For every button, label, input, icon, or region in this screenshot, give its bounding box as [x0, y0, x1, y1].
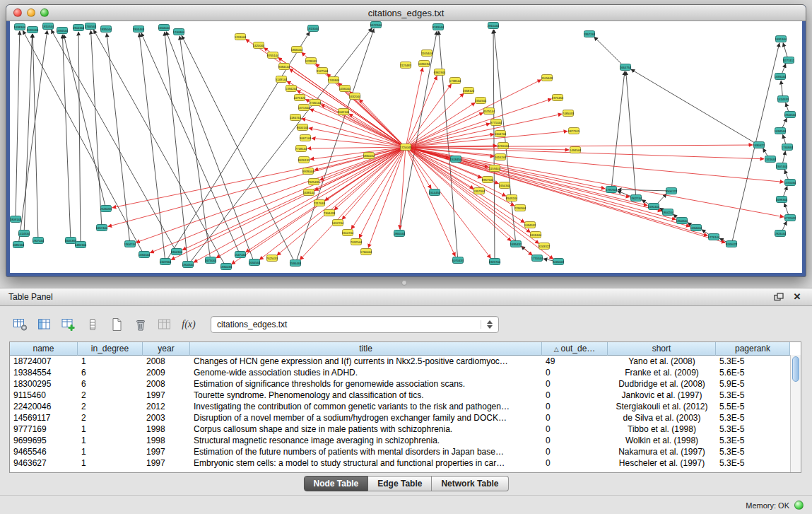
graph-node[interactable]: 5149144: [276, 76, 288, 83]
graph-node[interactable]: 9978044: [302, 168, 314, 175]
memory-status-led[interactable]: [794, 501, 804, 510]
graph-node[interactable]: 8600144: [297, 124, 309, 131]
graph-node[interactable]: 1902744: [630, 195, 642, 201]
graph-node[interactable]: 8771444: [490, 119, 502, 126]
scrollbar-thumb[interactable]: [792, 356, 799, 382]
graph-node[interactable]: 1746544: [85, 23, 97, 30]
graph-node[interactable]: 6791922: [606, 187, 618, 193]
graph-node[interactable]: 1776144: [708, 234, 720, 240]
delete-table-button[interactable]: [131, 316, 150, 333]
column-header-in_degree[interactable]: in_degree: [78, 342, 143, 356]
graph-node[interactable]: 1394244: [286, 86, 298, 92]
function-builder-button[interactable]: f(x): [180, 316, 198, 333]
graph-node[interactable]: 1904344: [182, 262, 194, 268]
graph-node[interactable]: 7625433: [266, 255, 278, 262]
graph-node[interactable]: 1616244: [495, 154, 507, 160]
tab-node-table[interactable]: Node Table: [303, 476, 368, 491]
graph-node[interactable]: 1804344: [171, 249, 183, 255]
table-row[interactable]: 2242004622012Investigating the contribut…: [10, 401, 801, 412]
column-header-out_de[interactable]: △out_de…: [542, 342, 608, 356]
create-table-button[interactable]: [107, 316, 126, 333]
graph-node[interactable]: 1745844: [328, 77, 340, 83]
graph-node[interactable]: 5572344: [370, 22, 382, 28]
graph-node[interactable]: 1228033: [305, 58, 317, 64]
graph-node[interactable]: 1685344: [13, 242, 25, 248]
graph-node[interactable]: 8957544: [482, 177, 494, 183]
graph-node[interactable]: 1830433: [220, 264, 233, 270]
graph-node[interactable]: 1094532: [524, 222, 536, 228]
float-panel-button[interactable]: [772, 291, 785, 303]
graph-node[interactable]: 1693444: [775, 74, 787, 80]
column-header-short[interactable]: short: [608, 342, 716, 356]
graph-node[interactable]: 6070433: [452, 257, 464, 264]
minimize-window-button[interactable]: [27, 8, 35, 17]
table-selector-combo[interactable]: citations_edges.txt: [211, 316, 499, 333]
graph-node[interactable]: 8500122: [666, 188, 678, 194]
table-row[interactable]: 1456911722003Disruption of a novel membe…: [10, 412, 801, 424]
graph-node[interactable]: 1695432: [510, 241, 522, 247]
graph-node[interactable]: 4575144: [483, 108, 495, 115]
table-row[interactable]: 946554611997Estimation of the future num…: [10, 446, 801, 457]
graph-node[interactable]: 1322944: [160, 259, 172, 265]
graph-node[interactable]: 1866044: [291, 47, 303, 53]
graph-node[interactable]: 1634544: [249, 259, 261, 266]
graph-node[interactable]: 1694344: [139, 252, 151, 258]
graph-node[interactable]: 1224044: [235, 34, 247, 40]
panel-resize-grip[interactable]: [401, 280, 407, 286]
graph-node[interactable]: 1536444: [290, 260, 302, 267]
table-row[interactable]: 969969511998Structural magnetic resonanc…: [10, 435, 801, 446]
table-scrollbar[interactable]: [790, 355, 801, 472]
graph-node[interactable]: 1866044: [394, 230, 406, 237]
graph-node[interactable]: 7485033: [563, 110, 575, 117]
graph-node[interactable]: 9245022: [553, 259, 565, 265]
column-header-year[interactable]: year: [143, 342, 190, 356]
graph-node[interactable]: 1694544: [57, 28, 69, 34]
graph-node[interactable]: 6961944: [434, 69, 446, 76]
graph-node[interactable]: 1698344: [14, 24, 26, 30]
graph-node[interactable]: 1957244: [584, 31, 596, 37]
graph-node[interactable]: 1125483: [400, 62, 412, 69]
graph-node[interactable]: 1691344: [775, 36, 787, 42]
table-row[interactable]: 1830029562008Estimation of significance …: [10, 378, 801, 390]
graph-node[interactable]: 1923744: [489, 259, 501, 265]
graph-node[interactable]: 1740844: [173, 29, 185, 35]
column-header-name[interactable]: name: [10, 342, 78, 356]
graph-node[interactable]: 1554544: [475, 98, 487, 104]
graph-node[interactable]: 1738144: [449, 78, 461, 84]
graph-node[interactable]: 8183044: [433, 24, 445, 30]
graph-node[interactable]: 1618444: [530, 232, 542, 238]
graph-node[interactable]: 1494544: [570, 147, 582, 153]
graph-node[interactable]: 1690422: [753, 142, 765, 148]
table-options-button[interactable]: [11, 316, 30, 333]
graph-node[interactable]: 1904344: [676, 218, 688, 224]
graph-node[interactable]: 1654344: [499, 182, 511, 189]
graph-node[interactable]: 1558122: [463, 88, 475, 94]
graph-node[interactable]: 9127544: [317, 68, 329, 74]
graph-node[interactable]: 4275122: [294, 95, 306, 101]
graph-node[interactable]: 8549244: [506, 195, 518, 201]
zoom-window-button[interactable]: [40, 8, 49, 17]
graph-node[interactable]: 1904744: [124, 241, 136, 247]
graph-node[interactable]: 1159444: [489, 165, 501, 172]
graph-node[interactable]: 1760444: [360, 249, 372, 255]
graph-node[interactable]: 1370034: [784, 180, 796, 186]
graph-node[interactable]: 1371344: [298, 105, 310, 111]
table-row[interactable]: 1938455462009Genome-wide association stu…: [10, 367, 801, 378]
window-titlebar[interactable]: citations_edges.txt: [6, 5, 806, 21]
graph-node[interactable]: 7625433: [308, 179, 320, 185]
graph-node[interactable]: 1518454: [450, 156, 462, 163]
graph-node[interactable]: 7718144: [295, 146, 307, 152]
graph-node[interactable]: 1973453: [552, 95, 564, 101]
graph-node[interactable]: 3216044: [498, 143, 510, 149]
graph-node[interactable]: 9245022: [726, 241, 738, 247]
graph-node[interactable]: 1907444: [33, 238, 45, 244]
graph-node[interactable]: 1654404: [690, 225, 702, 231]
graph-node[interactable]: 2810444: [488, 23, 500, 29]
graph-node[interactable]: 1547444: [235, 252, 247, 258]
graph-node[interactable]: 1482344: [75, 242, 87, 248]
graph-node[interactable]: 1904344: [73, 25, 85, 31]
graph-node[interactable]: 1904344: [784, 112, 796, 118]
show-columns-button[interactable]: [35, 316, 54, 333]
graph-node[interactable]: 1830222: [363, 153, 375, 159]
graph-node[interactable]: 2117044: [314, 200, 326, 206]
